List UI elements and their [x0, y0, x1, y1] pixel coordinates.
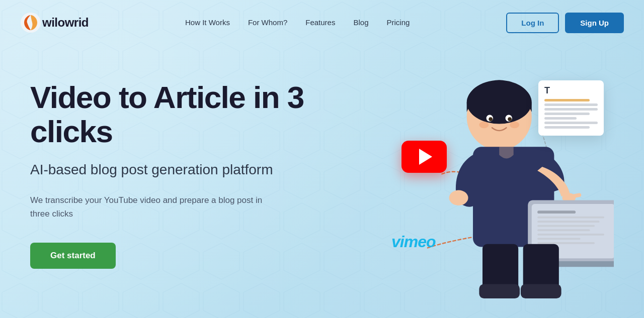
document-card: T: [538, 80, 604, 136]
svg-point-0: [21, 13, 41, 33]
svg-point-8: [510, 122, 519, 128]
svg-point-2: [467, 81, 532, 124]
svg-point-6: [508, 117, 512, 121]
login-button[interactable]: Log In: [506, 13, 559, 33]
doc-line-5: [544, 117, 577, 120]
hero-section: Video to Article in 3 clicks AI-based bl…: [0, 45, 644, 318]
svg-rect-22: [537, 242, 595, 244]
svg-rect-25: [523, 244, 559, 292]
svg-rect-27: [521, 284, 561, 298]
hero-subtitle: AI-based blog post generation platform: [30, 161, 351, 179]
svg-point-5: [489, 117, 493, 121]
doc-line-6: [544, 122, 598, 124]
youtube-badge: [401, 141, 447, 173]
svg-rect-9: [473, 147, 554, 247]
hero-title: Video to Article in 3 clicks: [30, 80, 351, 149]
signup-button[interactable]: Sign Up: [565, 13, 624, 33]
svg-point-11: [562, 193, 576, 202]
navbar: wilowrid How It Works For Whom? Features…: [0, 0, 644, 45]
nav-item-for-whom[interactable]: For Whom?: [248, 18, 287, 27]
svg-rect-18: [537, 225, 595, 227]
svg-rect-20: [537, 234, 604, 236]
doc-line-3: [544, 108, 598, 111]
nav-links: How It Works For Whom? Features Blog Pri…: [185, 18, 410, 27]
logo-icon: [20, 12, 41, 33]
nav-item-features[interactable]: Features: [305, 18, 335, 27]
vimeo-badge: vimeo: [391, 233, 435, 251]
svg-point-7: [479, 122, 489, 128]
svg-rect-13: [528, 200, 614, 262]
nav-actions: Log In Sign Up: [506, 13, 624, 33]
svg-rect-24: [482, 244, 518, 292]
doc-line-1: [544, 99, 590, 101]
svg-point-1: [467, 83, 532, 150]
svg-point-10: [449, 190, 468, 205]
svg-rect-17: [537, 221, 599, 223]
doc-line-7: [544, 126, 590, 129]
doc-letter: T: [544, 85, 598, 96]
logo[interactable]: wilowrid: [20, 12, 89, 33]
svg-rect-21: [537, 238, 580, 240]
svg-rect-12: [572, 193, 582, 198]
doc-line-4: [544, 113, 590, 115]
svg-rect-16: [537, 217, 604, 219]
svg-rect-15: [537, 210, 576, 214]
youtube-play-icon: [419, 149, 432, 165]
nav-item-pricing[interactable]: Pricing: [386, 18, 410, 27]
nav-item-how-it-works[interactable]: How It Works: [185, 18, 230, 27]
svg-rect-19: [537, 229, 590, 231]
svg-point-4: [506, 115, 512, 122]
nav-item-blog[interactable]: Blog: [353, 18, 368, 27]
hero-content: Video to Article in 3 clicks AI-based bl…: [30, 60, 351, 269]
svg-rect-26: [479, 284, 520, 298]
hero-illustration: vimeo T: [351, 60, 614, 311]
svg-rect-23: [524, 261, 614, 267]
svg-rect-14: [532, 204, 614, 258]
logo-text: wilowrid: [42, 16, 89, 30]
svg-point-3: [487, 115, 493, 122]
get-started-button[interactable]: Get started: [30, 243, 116, 269]
hero-description: We transcribe your YouTube video and pre…: [30, 193, 282, 221]
doc-line-2: [544, 103, 598, 106]
